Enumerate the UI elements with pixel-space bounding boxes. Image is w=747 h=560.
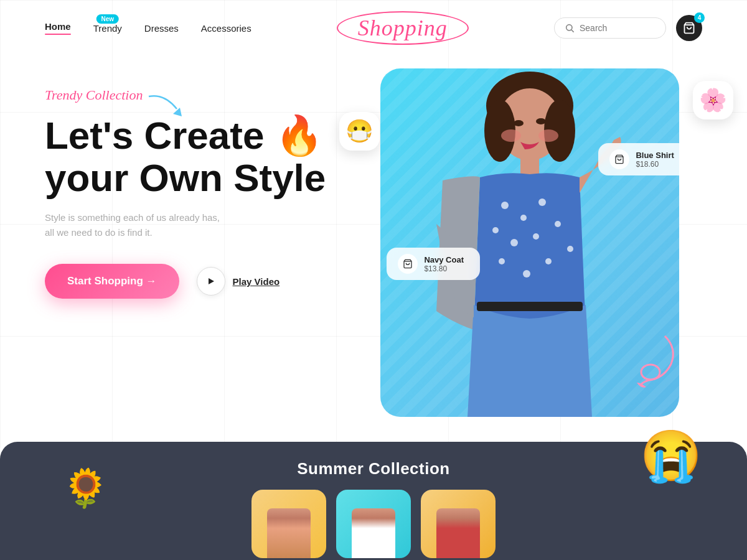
card-person-2 bbox=[336, 490, 411, 558]
card-person-3 bbox=[421, 490, 496, 558]
svg-point-17 bbox=[492, 227, 499, 233]
summer-card-1[interactable] bbox=[251, 490, 326, 558]
nav-links: Home New Trendy Dresses Accessories bbox=[45, 21, 251, 35]
svg-point-0 bbox=[566, 25, 572, 30]
svg-point-9 bbox=[501, 129, 521, 142]
blue-shirt-tag[interactable]: Blue Shirt $18.60 bbox=[598, 143, 679, 175]
navy-coat-name: Navy Coat bbox=[424, 255, 464, 264]
svg-marker-4 bbox=[209, 278, 214, 284]
svg-point-24 bbox=[567, 246, 573, 252]
trendy-label: Trendy Collection bbox=[45, 87, 143, 103]
play-icon bbox=[207, 277, 215, 286]
nav-accessories[interactable]: Accessories bbox=[201, 23, 251, 34]
svg-rect-25 bbox=[477, 302, 583, 311]
nav-dresses[interactable]: Dresses bbox=[144, 23, 179, 34]
navbar: Home New Trendy Dresses Accessories Shop… bbox=[0, 0, 747, 56]
hero-actions: Start Shopping → Play Video bbox=[45, 264, 358, 299]
nav-trendy[interactable]: New Trendy bbox=[93, 23, 122, 34]
new-badge: New bbox=[96, 14, 119, 24]
navy-coat-price: $13.80 bbox=[424, 264, 464, 273]
search-input[interactable] bbox=[580, 23, 654, 33]
blue-shirt-price: $18.60 bbox=[636, 160, 674, 169]
person-shape-2 bbox=[352, 508, 395, 558]
arrow-decoration bbox=[146, 90, 186, 118]
cart-badge: 4 bbox=[694, 12, 705, 23]
cry-emoji: 😭 bbox=[640, 427, 702, 485]
svg-point-12 bbox=[536, 118, 546, 124]
hero-section: Trendy Collection Let's Create 🔥 your Ow… bbox=[0, 56, 747, 467]
hero-subtitle: Style is something each of us already ha… bbox=[45, 210, 256, 240]
svg-point-21 bbox=[499, 258, 505, 264]
blue-shirt-name: Blue Shirt bbox=[636, 151, 674, 160]
play-circle bbox=[197, 267, 225, 296]
sunflower-emoji: 🌻 bbox=[62, 466, 109, 510]
nav-right: 4 bbox=[554, 15, 702, 41]
search-box[interactable] bbox=[554, 17, 666, 39]
svg-point-10 bbox=[538, 129, 558, 142]
svg-rect-13 bbox=[520, 156, 539, 174]
navy-coat-info: Navy Coat $13.80 bbox=[424, 255, 464, 273]
logo-area: Shopping bbox=[251, 11, 554, 45]
summer-cards bbox=[45, 490, 702, 558]
navy-coat-cart-icon bbox=[398, 254, 418, 274]
play-label: Play Video bbox=[233, 276, 280, 287]
cart-button[interactable]: 4 bbox=[676, 15, 702, 41]
svg-point-22 bbox=[523, 270, 530, 278]
summer-card-3[interactable] bbox=[421, 490, 496, 558]
blue-shirt-cart-icon bbox=[609, 149, 629, 169]
person-shape-1 bbox=[267, 508, 311, 558]
search-icon bbox=[565, 23, 575, 33]
svg-point-23 bbox=[545, 258, 552, 264]
svg-point-11 bbox=[514, 120, 524, 126]
svg-line-1 bbox=[571, 30, 574, 32]
logo[interactable]: Shopping bbox=[337, 11, 469, 45]
navy-coat-tag[interactable]: Navy Coat $13.80 bbox=[387, 248, 480, 280]
nav-home[interactable]: Home bbox=[45, 21, 71, 35]
svg-point-20 bbox=[555, 221, 561, 227]
svg-point-18 bbox=[510, 239, 518, 246]
card-person-1 bbox=[251, 490, 326, 558]
svg-point-15 bbox=[520, 215, 527, 221]
hero-left: Trendy Collection Let's Create 🔥 your Ow… bbox=[45, 62, 358, 467]
svg-point-19 bbox=[533, 233, 539, 240]
blue-shirt-info: Blue Shirt $18.60 bbox=[636, 151, 674, 169]
svg-point-14 bbox=[501, 202, 509, 209]
cart-icon bbox=[683, 22, 695, 34]
summer-card-2[interactable] bbox=[336, 490, 411, 558]
svg-point-28 bbox=[641, 365, 660, 380]
svg-marker-3 bbox=[173, 108, 182, 116]
hero-title: Let's Create 🔥 your Own Style bbox=[45, 114, 358, 199]
hero-right: 😷 🌸 bbox=[358, 62, 702, 467]
pink-arrow-decoration bbox=[615, 330, 690, 392]
flower-emoji: 🌸 bbox=[693, 81, 733, 119]
start-shopping-button[interactable]: Start Shopping → bbox=[45, 264, 179, 299]
person-shape-3 bbox=[436, 508, 480, 558]
svg-point-16 bbox=[538, 198, 546, 206]
play-video-button[interactable]: Play Video bbox=[197, 267, 280, 296]
